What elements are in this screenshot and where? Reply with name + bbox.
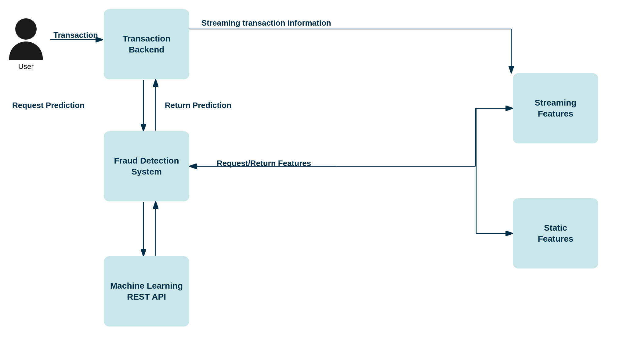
transaction-backend-label: Transaction Backend xyxy=(122,33,170,56)
return-prediction-label: Return Prediction xyxy=(165,101,231,110)
ml-rest-api-node: Machine Learning REST API xyxy=(104,256,189,326)
static-features-node: Static Features xyxy=(513,198,598,268)
static-features-label: Static Features xyxy=(538,222,574,245)
arrows-layer xyxy=(0,0,623,364)
streaming-features-label: Streaming Features xyxy=(535,97,577,120)
user-icon: User xyxy=(9,18,43,71)
fraud-detection-node: Fraud Detection System xyxy=(104,131,189,201)
streaming-info-label: Streaming transaction information xyxy=(201,18,331,28)
diagram: User Transaction Transaction Backend Str… xyxy=(0,0,623,364)
transaction-backend-node: Transaction Backend xyxy=(104,9,189,79)
user-body xyxy=(9,41,43,60)
streaming-features-node: Streaming Features xyxy=(513,73,598,143)
fraud-detection-label: Fraud Detection System xyxy=(114,155,179,178)
request-return-features-label: Request/Return Features xyxy=(217,159,311,168)
user-head xyxy=(15,18,37,40)
request-prediction-label: Request Prediction xyxy=(12,101,85,110)
ml-rest-api-label: Machine Learning REST API xyxy=(110,280,183,303)
transaction-label: Transaction xyxy=(53,31,98,40)
user-label: User xyxy=(18,62,34,71)
